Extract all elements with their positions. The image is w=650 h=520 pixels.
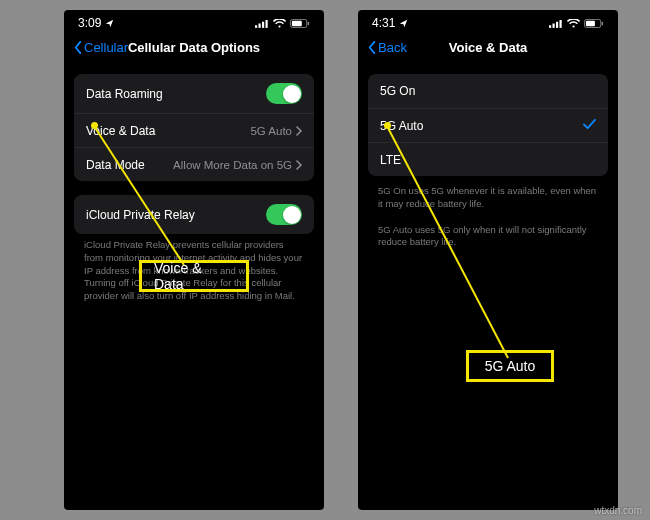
phone-left: 3:09 Cellular Cellular Data Options Data… <box>64 10 324 510</box>
row-5g-on[interactable]: 5G On <box>368 74 608 108</box>
section-voice-options: 5G On 5G Auto LTE <box>368 74 608 176</box>
svg-rect-8 <box>549 25 551 28</box>
nav-back-label: Back <box>378 40 407 55</box>
toggle-private-relay[interactable] <box>266 204 302 225</box>
svg-rect-1 <box>259 23 261 27</box>
signal-icon <box>549 19 563 28</box>
status-bar: 3:09 <box>64 10 324 32</box>
nav-back-button[interactable]: Back <box>368 40 407 55</box>
status-right <box>549 19 604 28</box>
svg-rect-0 <box>255 25 257 28</box>
signal-icon <box>255 19 269 28</box>
row-voice-data[interactable]: Voice & Data 5G Auto <box>74 113 314 147</box>
svg-rect-10 <box>556 21 558 27</box>
chevron-left-icon <box>74 41 82 54</box>
status-right <box>255 19 310 28</box>
row-value-text: Allow More Data on 5G <box>173 159 292 171</box>
row-label: 5G On <box>380 84 415 98</box>
nav-bar: Cellular Cellular Data Options <box>64 32 324 66</box>
location-icon <box>105 19 114 28</box>
row-private-relay[interactable]: iCloud Private Relay <box>74 195 314 234</box>
svg-rect-2 <box>262 21 264 27</box>
phone-right: 4:31 Back Voice & Data 5G On 5G Auto LTE <box>358 10 618 510</box>
chevron-left-icon <box>368 41 376 54</box>
row-value: Allow More Data on 5G <box>173 159 302 171</box>
section-privacy: iCloud Private Relay <box>74 195 314 234</box>
nav-back-button[interactable]: Cellular <box>74 40 128 55</box>
footer-5g-on: 5G On uses 5G whenever it is available, … <box>358 180 618 211</box>
footer-5g-auto: 5G Auto uses 5G only when it will not si… <box>358 219 618 250</box>
status-left: 4:31 <box>372 16 408 30</box>
chevron-right-icon <box>296 126 302 136</box>
section-footer: iCloud Private Relay prevents cellular p… <box>64 234 324 303</box>
section-cellular: Data Roaming Voice & Data 5G Auto Data M… <box>74 74 314 181</box>
location-icon <box>399 19 408 28</box>
row-5g-auto[interactable]: 5G Auto <box>368 108 608 142</box>
nav-bar: Back Voice & Data <box>358 32 618 66</box>
watermark: wtxdn.com <box>594 505 642 516</box>
svg-rect-14 <box>602 21 603 25</box>
row-data-mode[interactable]: Data Mode Allow More Data on 5G <box>74 147 314 181</box>
battery-icon <box>584 19 604 28</box>
checkmark-icon <box>583 119 596 133</box>
svg-rect-11 <box>560 20 562 28</box>
chevron-right-icon <box>296 160 302 170</box>
svg-rect-5 <box>292 20 302 25</box>
row-label: LTE <box>380 153 401 167</box>
row-value: 5G Auto <box>250 125 302 137</box>
row-label: 5G Auto <box>380 119 423 133</box>
svg-rect-6 <box>308 21 309 25</box>
status-time: 4:31 <box>372 16 395 30</box>
svg-rect-3 <box>266 20 268 28</box>
nav-back-label: Cellular <box>84 40 128 55</box>
status-time: 3:09 <box>78 16 101 30</box>
row-value-text: 5G Auto <box>250 125 292 137</box>
row-label: iCloud Private Relay <box>86 208 195 222</box>
wifi-icon <box>567 19 580 28</box>
status-left: 3:09 <box>78 16 114 30</box>
svg-rect-13 <box>586 20 595 25</box>
callout-5g-auto: 5G Auto <box>466 350 554 382</box>
wifi-icon <box>273 19 286 28</box>
callout-label: 5G Auto <box>485 358 536 374</box>
row-label: Data Mode <box>86 158 145 172</box>
row-label: Data Roaming <box>86 87 163 101</box>
row-data-roaming[interactable]: Data Roaming <box>74 74 314 113</box>
svg-rect-9 <box>553 23 555 27</box>
status-bar: 4:31 <box>358 10 618 32</box>
battery-icon <box>290 19 310 28</box>
toggle-data-roaming[interactable] <box>266 83 302 104</box>
row-label: Voice & Data <box>86 124 155 138</box>
row-lte[interactable]: LTE <box>368 142 608 176</box>
